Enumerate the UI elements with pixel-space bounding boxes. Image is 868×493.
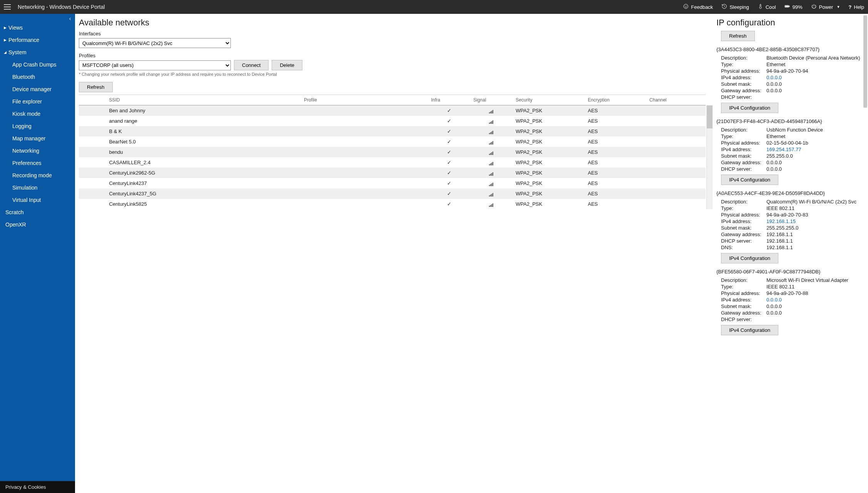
column-header[interactable]: Signal [470, 95, 512, 105]
connect-button[interactable]: Connect [234, 60, 269, 70]
signal-icon [489, 128, 494, 134]
triangle-icon: ◢ [4, 50, 8, 54]
channel-cell [646, 199, 706, 209]
chevron-down-icon: ▼ [836, 5, 840, 9]
profile-cell [301, 105, 428, 116]
nav-item-preferences[interactable]: Preferences [0, 157, 75, 169]
signal-cell [470, 199, 512, 209]
privacy-link[interactable]: Privacy & Cookies [0, 481, 75, 493]
network-row[interactable]: BearNet 5.0✓WPA2_PSKAES [79, 137, 706, 147]
delete-button[interactable]: Delete [272, 60, 302, 70]
kv-key: DNS: [721, 245, 766, 250]
network-row[interactable]: Ben and Johnny✓WPA2_PSKAES [79, 105, 706, 116]
hamburger-icon[interactable] [4, 4, 11, 10]
refresh-networks-button[interactable]: Refresh [79, 82, 113, 92]
network-row[interactable]: CenturyLink2962-5G✓WPA2_PSKAES [79, 168, 706, 178]
triangle-icon: ▶ [4, 38, 8, 42]
ipv4-configuration-button[interactable]: IPv4 Configuration [721, 175, 778, 185]
profile-cell [301, 168, 428, 178]
encryption-cell: AES [585, 116, 646, 126]
column-header[interactable]: SSID [106, 95, 300, 105]
kv-value [766, 94, 863, 100]
nav-section-system[interactable]: ◢System [0, 46, 75, 58]
nav-item-device-manager[interactable]: Device manager [0, 83, 75, 95]
network-row[interactable]: CASAMILLER_2.4✓WPA2_PSKAES [79, 157, 706, 168]
nav-item-virtual-input[interactable]: Virtual Input [0, 194, 75, 206]
kv-key: Description: [721, 127, 766, 133]
ipv4-configuration-button[interactable]: IPv4 Configuration [721, 103, 778, 113]
kv-value: 192.168.1.1 [766, 238, 863, 244]
network-row[interactable]: bendu✓WPA2_PSKAES [79, 147, 706, 157]
infra-cell: ✓ [428, 126, 470, 137]
ssid-cell: Ben and Johnny [106, 105, 300, 116]
adapter-guid: {21D07EF3-FF48-4CF3-ADED-44594871066A} [716, 118, 863, 124]
kv-key: Physical address: [721, 290, 766, 296]
nav-item-bluetooth[interactable]: Bluetooth [0, 71, 75, 83]
infra-cell: ✓ [428, 105, 470, 116]
ssid-cell: CenturyLink2962-5G [106, 168, 300, 178]
network-row[interactable]: CenturyLink4237_5G✓WPA2_PSKAES [79, 188, 706, 199]
signal-cell [470, 105, 512, 116]
networks-table: SSIDProfileInfraSignalSecurityEncryption… [79, 95, 706, 209]
profile-cell [301, 116, 428, 126]
refresh-ipconfig-button[interactable]: Refresh [721, 31, 755, 41]
column-header[interactable] [79, 95, 106, 105]
encryption-cell: AES [585, 147, 646, 157]
column-header[interactable]: Infra [428, 95, 470, 105]
nav-item-networking[interactable]: Networking [0, 145, 75, 157]
column-header[interactable]: Channel [646, 95, 706, 105]
help-button[interactable]: ? Help [848, 4, 864, 10]
encryption-cell: AES [585, 126, 646, 137]
nav-section-openxr[interactable]: OpenXR [0, 218, 75, 231]
network-row[interactable]: CenturyLink5825✓WPA2_PSKAES [79, 199, 706, 209]
infra-cell: ✓ [428, 137, 470, 147]
kv-key: Description: [721, 55, 766, 61]
sleeping-status[interactable]: Sleeping [721, 3, 749, 10]
column-header[interactable]: Encryption [585, 95, 646, 105]
ipv4-configuration-button[interactable]: IPv4 Configuration [721, 325, 778, 335]
kv-key: Physical address: [721, 212, 766, 218]
kv-value: 94-9a-a9-20-70-94 [766, 68, 863, 74]
rightpane-scrollbar[interactable] [863, 15, 867, 491]
nav-item-app-crash-dumps[interactable]: App Crash Dumps [0, 58, 75, 71]
channel-cell [646, 137, 706, 147]
svg-rect-4 [789, 6, 790, 7]
channel-cell [646, 168, 706, 178]
kv-key: IPv4 address: [721, 297, 766, 303]
adapter-block: {3A4453C3-8800-4BE2-885B-43508C87F707}De… [716, 47, 863, 113]
network-row[interactable]: anand range✓WPA2_PSKAES [79, 116, 706, 126]
thermal-status[interactable]: Cool [758, 3, 776, 10]
signal-cell [470, 168, 512, 178]
kv-value: 0.0.0.0 [766, 75, 863, 80]
network-row[interactable]: CenturyLink4237✓WPA2_PSKAES [79, 178, 706, 188]
kv-key: Description: [721, 199, 766, 205]
nav-section-scratch[interactable]: Scratch [0, 206, 75, 218]
sidebar-collapse-button[interactable]: ‹ [67, 15, 73, 22]
column-header[interactable]: Profile [301, 95, 428, 105]
kv-key: Gateway address: [721, 160, 766, 165]
battery-status[interactable]: 99% [784, 3, 802, 10]
feedback-button[interactable]: Feedback [683, 3, 713, 10]
profiles-select[interactable]: MSFTCORP (all users) [79, 60, 231, 70]
nav-item-map-manager[interactable]: Map manager [0, 132, 75, 145]
power-menu[interactable]: Power ▼ [811, 3, 840, 10]
nav-item-simulation[interactable]: Simulation [0, 182, 75, 194]
security-cell: WPA2_PSK [512, 199, 584, 209]
nav-item-recording-mode[interactable]: Recording mode [0, 169, 75, 182]
nav-section-performance[interactable]: ▶Performance [0, 34, 75, 46]
adapter-guid: {A0AEC553-A4CF-4E39-9E24-D5059F8DA4DD} [716, 190, 863, 196]
security-cell: WPA2_PSK [512, 105, 584, 116]
nav-item-kiosk-mode[interactable]: Kiosk mode [0, 108, 75, 120]
ipv4-configuration-button[interactable]: IPv4 Configuration [721, 253, 778, 263]
nav-section-views[interactable]: ▶Views [0, 22, 75, 34]
kv-value: 255.255.0.0 [766, 153, 863, 159]
security-cell: WPA2_PSK [512, 116, 584, 126]
nav-item-logging[interactable]: Logging [0, 120, 75, 132]
network-row[interactable]: B & K✓WPA2_PSKAES [79, 126, 706, 137]
nav-item-file-explorer[interactable]: File explorer [0, 95, 75, 108]
networks-scrollbar[interactable] [706, 105, 713, 209]
kv-value: 192.168.1.1 [766, 232, 863, 237]
column-header[interactable]: Security [512, 95, 584, 105]
kv-value: Bluetooth Device (Personal Area Network) [766, 55, 863, 61]
interfaces-select[interactable]: Qualcomm(R) Wi-Fi B/G/N/AC (2x2) Svc [79, 38, 231, 48]
